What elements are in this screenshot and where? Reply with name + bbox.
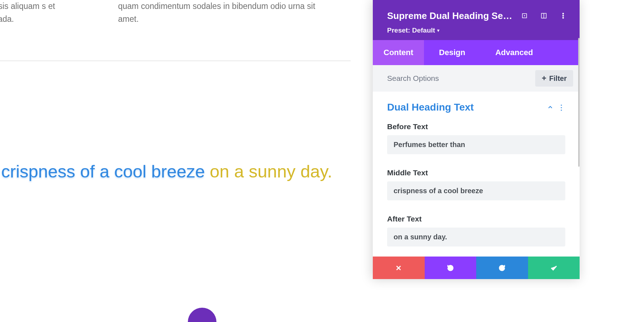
page-preview: tis facilisis aliquam s et malesuada. qu… (0, 0, 351, 322)
search-row: + Filter (373, 65, 580, 92)
panel-scrollbar[interactable] (578, 38, 580, 167)
tab-design[interactable]: Design (424, 40, 480, 65)
kebab-menu-icon[interactable] (555, 8, 571, 24)
tab-advanced[interactable]: Advanced (480, 40, 543, 65)
snap-icon[interactable] (536, 8, 552, 24)
right-gutter (580, 0, 644, 322)
middle-text-input[interactable] (387, 181, 565, 200)
preset-label: Preset: Default (387, 26, 435, 34)
builder-fab-button[interactable] (188, 308, 216, 322)
preset-dropdown[interactable]: Preset: Default ▾ (387, 26, 571, 34)
panel-title: Supreme Dual Heading Set... (387, 10, 513, 21)
filter-label: Filter (549, 74, 567, 83)
section-dual-heading-text: Dual Heading Text ⋮ Before Text Middle T… (373, 92, 580, 257)
after-text-input[interactable] (387, 228, 565, 247)
heading-middle-text: crispness of a cool breeze (1, 162, 205, 181)
redo-button[interactable] (476, 257, 528, 279)
save-button[interactable] (528, 257, 580, 279)
section-title[interactable]: Dual Heading Text (387, 102, 544, 113)
svg-point-1 (524, 15, 525, 16)
plus-icon: + (542, 74, 546, 83)
settings-panel: Supreme Dual Heading Set... Preset: Defa… (373, 0, 580, 279)
filter-button[interactable]: + Filter (535, 70, 573, 87)
dual-heading-preview[interactable]: tter than crispness of a cool breeze on … (0, 61, 351, 181)
lorem-row: tis facilisis aliquam s et malesuada. qu… (0, 0, 351, 25)
caret-down-icon: ▾ (437, 28, 439, 33)
lorem-text-right: quam condimentum sodales in bibendum odi… (118, 0, 318, 25)
svg-point-4 (563, 13, 564, 14)
panel-header: Supreme Dual Heading Set... Preset: Defa… (373, 0, 580, 40)
middle-text-label: Middle Text (387, 169, 565, 177)
svg-point-5 (563, 15, 564, 16)
close-button[interactable] (373, 257, 425, 279)
section-kebab-icon[interactable]: ⋮ (557, 103, 565, 112)
chevron-up-icon[interactable] (544, 102, 557, 112)
lorem-text-left: tis facilisis aliquam s et malesuada. (0, 0, 79, 25)
after-text-label: After Text (387, 215, 565, 223)
heading-after-text: on a sunny day. (210, 162, 332, 181)
before-text-label: Before Text (387, 122, 565, 131)
svg-point-6 (563, 17, 564, 18)
tab-content[interactable]: Content (373, 40, 424, 65)
search-input[interactable] (387, 74, 531, 83)
settings-tabs: Content Design Advanced (373, 40, 580, 65)
panel-footer (373, 257, 580, 279)
undo-button[interactable] (425, 257, 477, 279)
expand-icon[interactable] (517, 8, 532, 24)
before-text-input[interactable] (387, 135, 565, 154)
